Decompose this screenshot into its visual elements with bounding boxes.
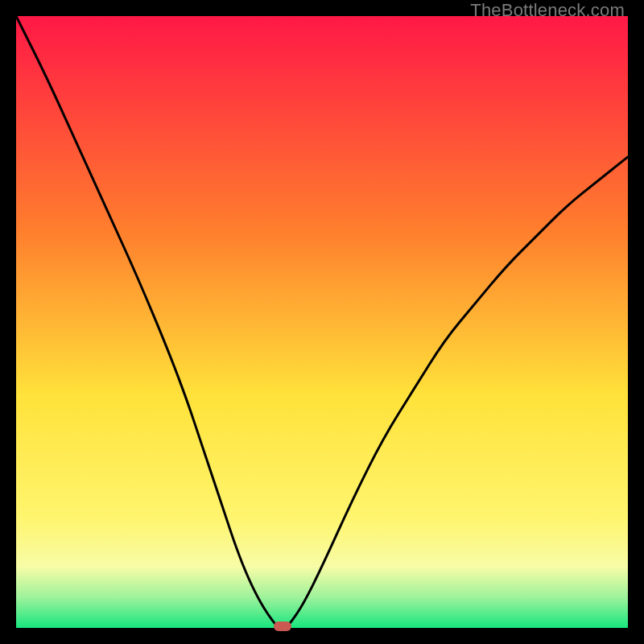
bottleneck-curve	[16, 16, 628, 628]
minimum-marker	[274, 621, 291, 631]
plot-frame	[16, 16, 628, 628]
